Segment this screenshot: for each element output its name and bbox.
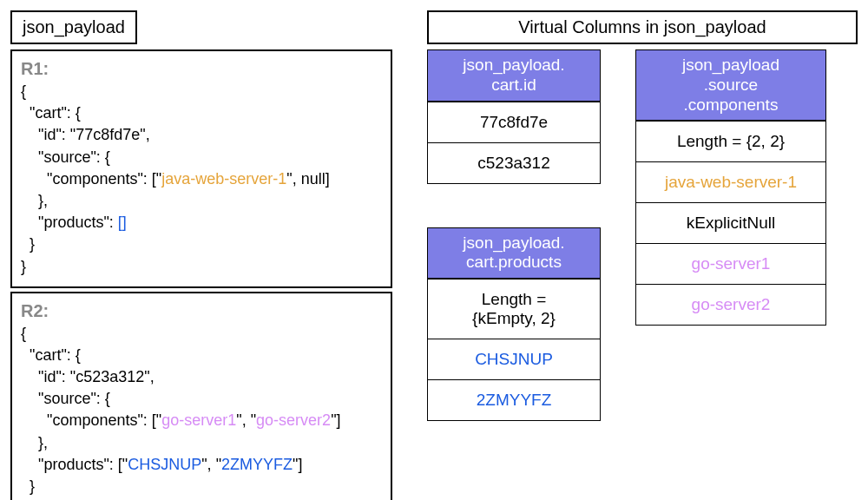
vcol-source-components: json_payload.source.componentsLength = {… bbox=[635, 49, 826, 326]
json-body: { "cart": { "id": "c523a312", "source": … bbox=[21, 323, 382, 500]
vcol-cell: java-web-server-1 bbox=[636, 161, 825, 202]
vcol-cart-products: json_payload.cart.productsLength ={kEmpt… bbox=[427, 227, 601, 422]
left-column: json_payload R1:{ "cart": { "id": "77c8f… bbox=[10, 10, 392, 500]
vcol-cell: 77c8fd7e bbox=[428, 102, 600, 142]
record-label: R2: bbox=[21, 299, 382, 323]
vcol-cell: Length = {2, 2} bbox=[636, 121, 825, 161]
vcol-cell: kExplicitNull bbox=[636, 202, 825, 243]
json-body: { "cart": { "id": "77c8fd7e", "source": … bbox=[21, 81, 382, 278]
json-record: R2:{ "cart": { "id": "c523a312", "source… bbox=[10, 292, 392, 500]
vcol-header: json_payload.cart.products bbox=[428, 228, 600, 280]
record-label: R1: bbox=[21, 56, 382, 81]
left-title: json_payload bbox=[10, 10, 137, 44]
vcol-cell: CHSJNUP bbox=[428, 339, 600, 379]
right-title: Virtual Columns in json_payload bbox=[427, 10, 858, 44]
diagram-root: json_payload R1:{ "cart": { "id": "77c8f… bbox=[10, 10, 858, 500]
right-column: Virtual Columns in json_payload json_pay… bbox=[427, 10, 858, 500]
vcol-header: json_payload.source.components bbox=[636, 50, 825, 121]
vcol-cell: 2ZMYYFZ bbox=[428, 379, 600, 420]
vcol-cart-id: json_payload.cart.id77c8fd7ec523a312 bbox=[427, 49, 601, 184]
json-record: R1:{ "cart": { "id": "77c8fd7e", "source… bbox=[10, 49, 392, 288]
vcol-cell: go-server1 bbox=[636, 243, 825, 284]
vcol-cell: Length ={kEmpty, 2} bbox=[428, 279, 600, 339]
vcol-cell: c523a312 bbox=[428, 142, 600, 183]
vcol-cell: go-server2 bbox=[636, 284, 825, 325]
vcol-header: json_payload.cart.id bbox=[428, 50, 600, 102]
